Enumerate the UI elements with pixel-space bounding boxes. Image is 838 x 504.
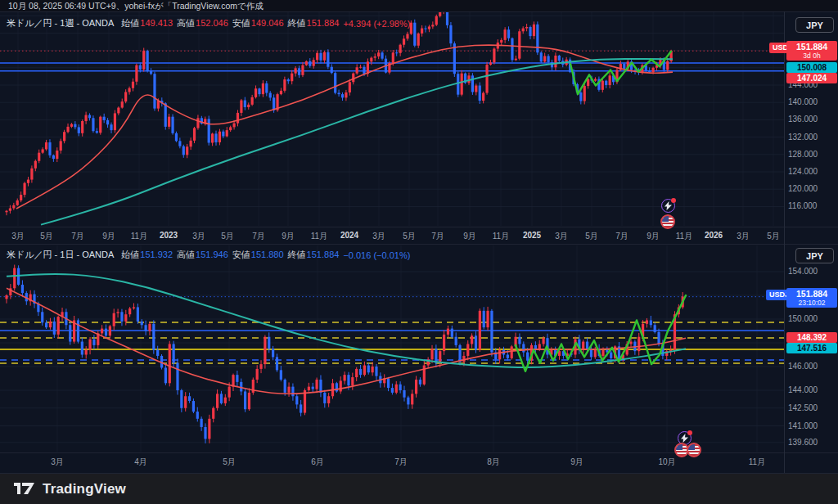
last-price-tag: 151.884 23:10:02: [786, 288, 837, 308]
symbol-title: 米ドル／円 - 1日 - OANDA: [7, 249, 114, 261]
time-tick-label: 11月: [741, 457, 773, 468]
time-tick-label: 2025: [516, 231, 548, 240]
time-tick-label: 7月: [61, 231, 94, 242]
time-tick-label: 11月: [303, 231, 336, 242]
time-tick-label: 9月: [272, 231, 304, 242]
price-tick-label: 132.000: [788, 133, 818, 142]
change-value: −0.016 (−0.01%): [343, 250, 410, 260]
attribution-bar: 10月 08, 2025 06:49 UTC+9、yohei-fxが「Tradi…: [0, 0, 838, 11]
price-tick-label: 128.000: [788, 150, 818, 159]
time-tick-label: 3月: [727, 231, 759, 242]
time-tick-label: 9月: [92, 231, 125, 242]
time-tick-label: 3月: [41, 457, 74, 468]
ohlc-close: 終値151.884: [288, 249, 340, 261]
time-tick-label: 10月: [651, 457, 683, 468]
time-tick-label: 5月: [211, 231, 244, 242]
change-value: +4.394 (+2.98%): [343, 19, 410, 29]
time-tick-label: 7月: [385, 457, 417, 468]
ohlc-high: 高値152.046: [177, 17, 228, 29]
currency-button-jpy-weekly[interactable]: JPY: [795, 17, 834, 33]
symbol-legend-daily[interactable]: 米ドル／円 - 1日 - OANDA 始値151.932 高値151.946 安…: [7, 249, 410, 261]
time-tick-label: 2023: [152, 231, 185, 240]
notification-dot: [687, 430, 692, 435]
price-tick-label: 141.000: [788, 421, 818, 430]
time-tick-label: 11月: [123, 231, 155, 242]
ohlc-close: 終値151.884: [288, 17, 340, 29]
price-tick-label: 139.600: [788, 438, 818, 447]
ma-value-tag: 148.392: [786, 332, 837, 343]
tradingview-snapshot: 10月 08, 2025 06:49 UTC+9、yohei-fxが「Tradi…: [0, 0, 838, 504]
time-tick-label: 5月: [213, 457, 246, 468]
price-tick-label: 120.000: [788, 184, 818, 193]
time-tick-label: 3月: [363, 231, 395, 242]
ma-value-tag: 150.008: [786, 62, 837, 73]
ohlc-high: 高値151.946: [177, 249, 228, 261]
time-tick-label: 7月: [606, 231, 638, 242]
time-tick-label: 9月: [453, 231, 486, 242]
ma-value-tag: 147.024: [786, 73, 837, 83]
bar-countdown: 3d 0h: [786, 52, 837, 60]
price-tick-label: 124.000: [788, 167, 818, 176]
lightning-icon: [681, 434, 688, 443]
time-tick-label: 11月: [484, 231, 517, 242]
symbol-title: 米ドル／円 - 1週 - OANDA: [7, 17, 114, 29]
ohlc-open: 始値149.413: [121, 17, 173, 29]
price-tick-label: 136.000: [788, 115, 818, 124]
currency-button-jpy-daily[interactable]: JPY: [795, 248, 834, 263]
last-price-tag: 151.884 3d 0h: [786, 41, 837, 61]
time-tick-label: 3月: [545, 231, 578, 242]
ma-value-tag: 147.516: [786, 343, 837, 353]
ohlc-open: 始値151.932: [121, 249, 173, 261]
attribution-text: 10月 08, 2025 06:49 UTC+9、yohei-fxが「Tradi…: [8, 1, 264, 12]
price-tick-label: 150.000: [788, 314, 818, 323]
tradingview-logo[interactable]: [13, 481, 35, 497]
price-tick-label: 140.000: [788, 97, 818, 106]
time-tick-label: 5月: [30, 231, 63, 242]
time-tick-label: 7月: [242, 231, 275, 242]
time-tick-label: 2024: [333, 231, 366, 240]
time-axis-daily[interactable]: 3月4月5月6月7月8月9月10月11月: [0, 453, 784, 471]
time-axis-weekly[interactable]: 3月5月7月9月11月20233月5月7月9月11月20243月5月7月9月11…: [0, 227, 784, 244]
us-flag-icon[interactable]: [687, 443, 701, 457]
brand-name[interactable]: TradingView: [43, 481, 126, 497]
lightning-icon: [665, 201, 672, 210]
notification-dot: [671, 198, 676, 203]
time-tick-label: 6月: [301, 457, 334, 468]
price-tick-label: 154.000: [788, 267, 818, 276]
time-tick-label: 9月: [637, 231, 669, 242]
time-tick-label: 9月: [561, 457, 593, 468]
time-tick-label: 3月: [2, 231, 34, 242]
ohlc-low: 安値149.046: [232, 17, 284, 29]
price-tick-label: 142.500: [788, 403, 818, 412]
time-tick-label: 5月: [393, 231, 426, 242]
footer-bar: TradingView: [0, 474, 838, 504]
price-tick-label: 146.000: [788, 362, 818, 371]
time-tick-label: 7月: [421, 231, 454, 242]
time-tick-label: 4月: [124, 457, 157, 468]
price-tick-label: 116.000: [788, 201, 817, 210]
time-tick-label: 8月: [477, 457, 510, 468]
time-tick-label: 11月: [668, 231, 701, 242]
panel-divider[interactable]: [0, 244, 838, 245]
us-flag-icon[interactable]: [660, 214, 675, 229]
time-tick-label: 2026: [697, 231, 730, 240]
time-tick-label: 5月: [757, 231, 790, 242]
bar-countdown: 23:10:02: [786, 299, 837, 307]
time-tick-label: 3月: [182, 231, 215, 242]
symbol-legend-weekly[interactable]: 米ドル／円 - 1週 - OANDA 始値149.413 高値152.046 安…: [7, 17, 410, 29]
economic-event-lightning-icon[interactable]: [661, 199, 675, 213]
price-tick-label: 144.000: [788, 385, 818, 394]
time-tick-label: 5月: [575, 231, 608, 242]
ohlc-low: 安値151.880: [232, 249, 284, 261]
